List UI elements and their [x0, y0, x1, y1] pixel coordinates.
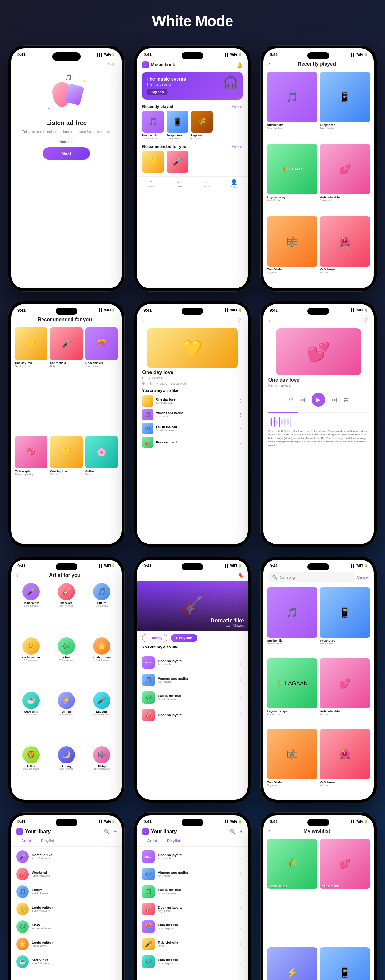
- la-dots-1[interactable]: ⋮: [111, 854, 116, 860]
- progress-bar[interactable]: [269, 412, 369, 413]
- lp-dots-1[interactable]: ⋮: [238, 854, 243, 860]
- rp-item-5[interactable]: 🎼 Tera Ghata Gajendra: [267, 216, 318, 286]
- rp-item-1[interactable]: 🎵 Number likh Tonny kakkar: [267, 72, 318, 142]
- ap-dots-4[interactable]: ⋮: [238, 712, 243, 718]
- artist-12[interactable]: 🎼 Philip 155.4k followers: [86, 746, 118, 797]
- also-4[interactable]: 🎸 Door na jaye tu ⋮: [142, 437, 242, 448]
- add-pl-icon[interactable]: +: [240, 829, 242, 835]
- wl-2[interactable]: 💕 Woh pehli dafa: [320, 839, 370, 889]
- wl-1[interactable]: 🌾 Lagaan na jaye: [267, 839, 318, 889]
- lp-dots-2[interactable]: ⋮: [238, 871, 243, 877]
- search-bar[interactable]: 🔍 Sar song: [269, 573, 355, 582]
- la-dots-2[interactable]: ⋮: [111, 871, 116, 877]
- artist-4[interactable]: 👑 Louis vuitton 1.3m followers: [15, 638, 47, 689]
- la-dots-3[interactable]: ⋮: [111, 889, 116, 895]
- back-icon-6[interactable]: ‹: [269, 317, 270, 324]
- heart-icon-5[interactable]: ♡: [238, 317, 243, 324]
- view-all-recent[interactable]: View all: [232, 105, 242, 108]
- next-button[interactable]: Next: [43, 147, 90, 160]
- bookmark-icon-8[interactable]: 🔖: [238, 573, 244, 578]
- view-all-rec[interactable]: View all: [232, 145, 242, 148]
- back-icon-4[interactable]: ‹: [16, 317, 18, 323]
- la-dots-7[interactable]: ⋮: [111, 959, 116, 965]
- search-pl-icon[interactable]: 🔍: [230, 829, 236, 835]
- rec-grid-4[interactable]: 💖 Tu hi wajah Pradeep pandey: [15, 436, 48, 542]
- artist-6[interactable]: 🌟 Louis vuitton 3m followers: [86, 638, 118, 689]
- sr-1[interactable]: 🎵 Number likh Tonny kakkar: [267, 587, 318, 655]
- heart-icon-6[interactable]: ♡: [364, 317, 369, 324]
- dots-icon-4[interactable]: ⋮: [239, 440, 243, 445]
- tab-playlist[interactable]: Playlist: [36, 836, 59, 846]
- back-icon-7[interactable]: ‹: [16, 573, 18, 578]
- ap-dots-3[interactable]: ⋮: [238, 695, 243, 701]
- la-2[interactable]: 🎸 Weekend 248k followers ⋮: [11, 865, 122, 883]
- skip-button[interactable]: Skip: [108, 62, 115, 66]
- repeat-button[interactable]: ↺: [289, 396, 293, 403]
- ap-dots-1[interactable]: ⋮: [238, 660, 243, 666]
- rp-item-6[interactable]: 🌺 Ve Sohniya Various: [320, 216, 370, 286]
- nav-search[interactable]: ⌕ Search: [175, 179, 183, 188]
- nav-library[interactable]: ♪ Libary: [203, 179, 210, 188]
- ap-dots-2[interactable]: ⋮: [238, 677, 243, 683]
- dots-icon-1[interactable]: ⋮: [239, 398, 243, 403]
- lp-5[interactable]: 🎊 Fida this eid Sonu nigam ⋮: [137, 918, 248, 935]
- back-icon-8[interactable]: ‹: [141, 572, 143, 579]
- rp-item-4[interactable]: 💕 Woh pehli dafa Palak joshi: [320, 144, 370, 214]
- play-pause-button[interactable]: ▶: [312, 393, 325, 407]
- np-download[interactable]: ↓ Download: [170, 382, 186, 385]
- sr-3[interactable]: 🌾 LAGAAN Lagaan na jaye Aaron khan: [267, 659, 318, 727]
- la-dots-6[interactable]: ⋮: [111, 941, 116, 947]
- tab-playlist-pl[interactable]: Playlist: [162, 836, 185, 846]
- ap-song-3[interactable]: 🎶 Fall in the hall Sumit hausale ⋮: [137, 689, 248, 706]
- la-6[interactable]: 🌟 Louis vuitton 3m followers ⋮: [11, 935, 122, 953]
- sr-2[interactable]: 📱 Telephones Tonny kakkar: [320, 587, 370, 655]
- sr-5[interactable]: 🎼 Tera Ghata Gajendra: [267, 729, 318, 797]
- also-2[interactable]: 🎵 Vimans aps nadha Aps nadha ⋮: [142, 409, 242, 420]
- artist-play-now-button[interactable]: ▶ Play now: [170, 635, 197, 641]
- artist-1[interactable]: 🎤 Domatic fike 1.2m followers: [15, 583, 47, 635]
- play-now-button[interactable]: Play now: [146, 89, 167, 95]
- rec-grid-1[interactable]: 💛 One day love Sundeep adhi: [15, 328, 48, 433]
- cancel-button[interactable]: Cancel: [355, 575, 369, 580]
- lp-dots-4[interactable]: ⋮: [238, 906, 243, 912]
- back-icon-12[interactable]: ‹: [269, 828, 270, 834]
- rp-item-2[interactable]: 📱 Telephones Tonny kakkar: [320, 72, 370, 142]
- sr-4[interactable]: 💕 Woh pehli dafa Various: [320, 659, 370, 727]
- lp-1[interactable]: ARLET Door na jaye tu Arijit singh ⋮: [137, 848, 248, 865]
- search-lib-icon[interactable]: 🔍: [104, 829, 110, 835]
- artist-11[interactable]: 🌙 Aubrey 3.2m followers: [50, 746, 83, 797]
- dots-icon-2[interactable]: ⋮: [239, 412, 243, 417]
- artist-7[interactable]: ☕ Starbucks 1.9k followers: [15, 692, 47, 743]
- rec-grid-3[interactable]: 🎊 Fidaa this eid Sonu nigam: [85, 328, 118, 433]
- rec-grid-5[interactable]: 💛 One day love Sundeep: [50, 436, 83, 542]
- also-3[interactable]: 🎶 Fall in the hall Sumit hausale ⋮: [142, 423, 242, 434]
- wl-4[interactable]: 📱 Telephones: [320, 947, 370, 980]
- song-card-2[interactable]: 📱 Telephones Tonny kakkar: [167, 111, 188, 140]
- lp-4[interactable]: 🎸 Door na jaye tu Arijit jishfe ⋮: [137, 900, 248, 918]
- song-card-1[interactable]: 🎵 Number likh Tonny kakkar: [142, 111, 164, 140]
- rp-item-3[interactable]: 🌾LAGAAN Lagaan na jaye Aamir khan: [267, 144, 318, 214]
- artist-2[interactable]: 🎸 Weecked 248k followers: [50, 583, 83, 635]
- lp-dots-3[interactable]: ⋮: [238, 889, 243, 895]
- artist-8[interactable]: ⚡ Gillette 1.9k followers: [50, 692, 83, 743]
- la-3[interactable]: 🎵 Future 15k followers ⋮: [11, 883, 122, 900]
- la-5[interactable]: 🎶 Ebay 20.3m followers ⋮: [11, 918, 122, 935]
- nav-profile[interactable]: 👤 Profile: [230, 179, 237, 188]
- np-share[interactable]: ↗ share: [156, 382, 167, 385]
- tab-artist[interactable]: Artist: [16, 836, 36, 846]
- lp-7[interactable]: 🎶 Fida this eid Sonu nigam ⋮: [137, 953, 248, 970]
- artist-3[interactable]: 🎵 Future 15k followers: [86, 583, 118, 635]
- rec-grid-2[interactable]: 🎤 Rab vichola Rabb: [50, 328, 83, 433]
- tab-artist-pl[interactable]: Artist: [142, 836, 162, 846]
- prev-button[interactable]: ⏮: [300, 396, 305, 403]
- la-1[interactable]: 🎤 Domatic fike 1.2m followers ⋮: [11, 848, 122, 865]
- wl-3[interactable]: ⚡ Enemy (ft. JB): [267, 947, 318, 980]
- back-icon-5[interactable]: ‹: [142, 317, 145, 324]
- lp-dots-7[interactable]: ⋮: [238, 959, 243, 965]
- nav-home[interactable]: ⌂ Home: [148, 179, 154, 188]
- artist-5[interactable]: 🎶 Ebay 20.3m followers: [50, 638, 83, 689]
- sr-6[interactable]: 🌺 Ve Sohniya Various: [320, 729, 370, 797]
- following-button[interactable]: Following: [142, 634, 167, 642]
- lp-3[interactable]: 🎵 Fall in the hall Sumit hausale ⋮: [137, 883, 248, 900]
- rec-card-2[interactable]: 🎤: [167, 151, 188, 174]
